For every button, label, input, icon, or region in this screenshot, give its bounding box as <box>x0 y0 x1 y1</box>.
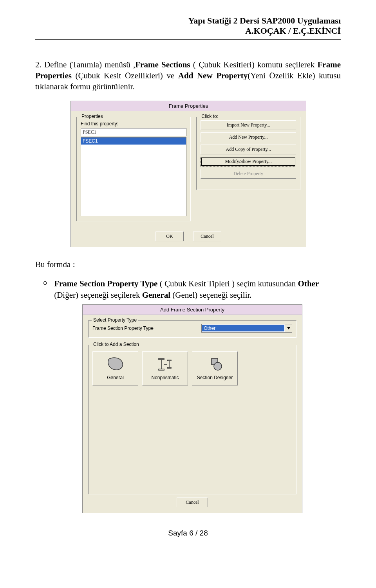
bul-b1: Frame Section Property Type <box>54 279 157 288</box>
header-line2: A.KOÇAK / E.Ç.EKİNCİ <box>35 26 341 36</box>
click-to-legend: Click to: <box>200 114 220 119</box>
p1-b1: Frame Sections <box>135 60 190 69</box>
click-to-add-section-group: Click to Add a Section General <box>88 345 296 494</box>
svg-point-9 <box>214 362 222 370</box>
bul-b2: Other <box>298 279 319 288</box>
import-new-property-button[interactable]: Import New Property... <box>201 120 296 130</box>
delete-property-button[interactable]: Delete Property <box>201 169 296 179</box>
bul-t2: (Diğer) seçeneği seçilerek <box>54 290 142 300</box>
nonprismatic-section-button[interactable]: Nonprismatic <box>142 351 188 385</box>
select-property-type-legend: Select Property Type <box>92 317 138 323</box>
select-property-type-group: Select Property Type Frame Section Prope… <box>88 320 296 338</box>
svg-rect-4 <box>167 360 171 361</box>
frame-properties-title: Frame Properties <box>71 101 306 111</box>
add-frame-section-title: Add Frame Section Property <box>83 305 302 315</box>
general-caption: General <box>107 375 124 380</box>
header-line1: Yapı Statiği 2 Dersi SAP2000 Uygulaması <box>35 16 341 26</box>
p1-t2: ( Çubuk Kesitleri) komutu seçilerek <box>190 60 318 69</box>
header-rule <box>35 39 341 40</box>
nonprismatic-caption: Nonprismatic <box>151 375 179 380</box>
svg-marker-0 <box>287 327 290 329</box>
bullet-text: Frame Section Property Type ( Çubuk Kesi… <box>54 278 341 300</box>
svg-rect-5 <box>167 367 171 368</box>
click-to-add-legend: Click to Add a Section <box>92 342 141 347</box>
add-copy-of-property-button[interactable]: Add Copy of Property... <box>201 145 296 154</box>
page-footer: Sayfa 6 / 28 <box>0 529 376 545</box>
ok-button[interactable]: OK <box>155 232 184 241</box>
find-property-input[interactable] <box>81 128 186 136</box>
property-listbox[interactable]: FSEC1 <box>81 137 186 216</box>
properties-group: Properties Find this property: FSEC1 <box>76 117 191 221</box>
cancel-button-2[interactable]: Cancel <box>177 498 208 507</box>
bul-t1: ( Çubuk Kesit Tipleri ) seçim kutusundan <box>157 279 298 288</box>
p1-t1: Define (Tanımla) menüsü , <box>44 60 135 69</box>
frame-properties-dialog: Frame Properties Properties Find this pr… <box>70 101 306 247</box>
p1-b3: Add New Property <box>178 71 248 80</box>
svg-rect-2 <box>159 369 164 370</box>
bul-t3: (Genel) seçeneği seçilir. <box>170 290 252 300</box>
page-number: Sayfa 6 / 28 <box>168 529 208 537</box>
paragraph-1: 2. Define (Tanımla) menüsü ,Frame Sectio… <box>35 59 341 92</box>
general-section-icon <box>106 356 125 373</box>
bullet-item: o Frame Section Property Type ( Çubuk Ke… <box>43 278 341 300</box>
svg-rect-1 <box>159 358 164 360</box>
add-frame-section-dialog: Add Frame Section Property Select Proper… <box>82 304 302 513</box>
bul-b3: General <box>142 290 170 300</box>
section-designer-caption: Section Designer <box>197 375 233 380</box>
chevron-down-icon[interactable] <box>285 324 292 332</box>
bullet-marker: o <box>43 279 47 287</box>
paragraph-2a: Bu formda : <box>35 259 341 270</box>
nonprismatic-icon <box>155 356 175 373</box>
section-designer-button[interactable]: Section Designer <box>192 351 238 385</box>
click-to-group: Click to: Import New Property... Add New… <box>196 117 300 190</box>
section-designer-icon <box>205 356 225 373</box>
p1-num: 2. <box>35 60 42 69</box>
add-new-property-button[interactable]: Add New Property... <box>201 132 296 142</box>
cancel-button[interactable]: Cancel <box>193 232 221 241</box>
list-item[interactable]: FSEC1 <box>81 138 186 145</box>
find-property-label: Find this property: <box>81 121 186 127</box>
modify-show-property-button[interactable]: Modify/Show Property... <box>201 157 296 166</box>
property-type-dropdown[interactable]: Other <box>201 324 292 333</box>
property-type-value: Other <box>202 325 284 331</box>
properties-legend: Properties <box>80 114 105 119</box>
property-type-label: Frame Section Property Type <box>92 326 201 331</box>
general-section-button[interactable]: General <box>92 351 138 385</box>
p1-t3: (Çubuk Kesit Özellikleri) ve <box>72 71 178 80</box>
